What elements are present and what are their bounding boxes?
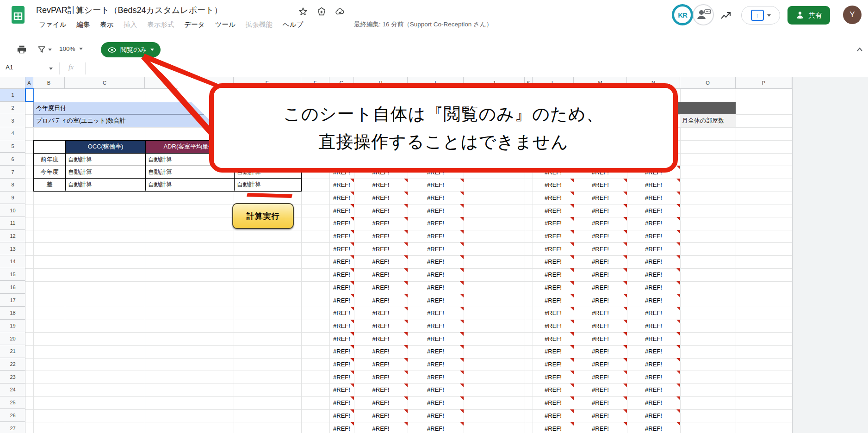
ref-error-cell[interactable]: #REF! bbox=[574, 320, 627, 333]
menu-item-extensions[interactable]: 拡張機能 bbox=[242, 19, 276, 30]
auto-calc-cell[interactable]: 自動計算 bbox=[65, 178, 145, 191]
ref-error-cell[interactable]: #REF! bbox=[574, 396, 627, 409]
auto-calc-cell[interactable]: 自動計算 bbox=[145, 178, 234, 191]
ref-error-cell[interactable]: #REF! bbox=[354, 332, 408, 345]
ref-error-cell[interactable]: #REF! bbox=[627, 358, 680, 371]
ref-error-cell[interactable]: #REF! bbox=[574, 307, 627, 320]
name-box[interactable]: A1 bbox=[6, 64, 13, 71]
ref-error-cell[interactable]: #REF! bbox=[408, 255, 464, 268]
ref-error-cell[interactable]: #REF! bbox=[574, 217, 627, 230]
ref-error-cell[interactable]: #REF! bbox=[408, 242, 464, 255]
row-header-25[interactable]: 25 bbox=[0, 396, 25, 409]
ref-error-cell[interactable]: #REF! bbox=[627, 217, 680, 230]
ref-error-cell[interactable]: #REF! bbox=[354, 396, 408, 409]
row-header-23[interactable]: 23 bbox=[0, 371, 25, 384]
ref-error-cell[interactable]: #REF! bbox=[533, 230, 574, 243]
ref-error-cell[interactable]: #REF! bbox=[533, 332, 574, 345]
ref-error-cell[interactable]: #REF! bbox=[627, 371, 680, 384]
ref-error-cell[interactable]: #REF! bbox=[408, 371, 464, 384]
row-header-1[interactable]: 1 bbox=[0, 89, 25, 102]
calc-run-button[interactable]: 計算実行 bbox=[232, 203, 294, 229]
ref-error-cell[interactable]: #REF! bbox=[627, 320, 680, 333]
ref-error-cell[interactable]: #REF! bbox=[574, 230, 627, 243]
ref-error-cell[interactable]: #REF! bbox=[354, 204, 408, 217]
ref-error-cell[interactable]: #REF! bbox=[574, 204, 627, 217]
ref-error-cell[interactable]: #REF! bbox=[329, 217, 354, 230]
column-header-B[interactable]: B bbox=[33, 77, 65, 89]
row-header-20[interactable]: 20 bbox=[0, 332, 25, 345]
ref-error-cell[interactable]: #REF! bbox=[627, 204, 680, 217]
collapse-toolbar-chevron[interactable] bbox=[855, 45, 864, 54]
ref-error-cell[interactable]: #REF! bbox=[627, 332, 680, 345]
ref-error-cell[interactable]: #REF! bbox=[408, 358, 464, 371]
auto-calc-cell[interactable]: 自動計算 bbox=[65, 166, 145, 178]
row-header-7[interactable]: 7 bbox=[0, 166, 25, 179]
row-header-21[interactable]: 21 bbox=[0, 345, 25, 358]
ref-error-cell[interactable]: #REF! bbox=[533, 409, 574, 422]
ref-error-cell[interactable]: #REF! bbox=[408, 384, 464, 396]
ref-error-cell[interactable]: #REF! bbox=[627, 409, 680, 422]
ref-error-cell[interactable]: #REF! bbox=[574, 384, 627, 396]
summary-corner-cell[interactable] bbox=[34, 141, 65, 153]
ref-error-cell[interactable]: #REF! bbox=[329, 384, 354, 396]
ref-error-cell[interactable]: #REF! bbox=[627, 345, 680, 358]
ref-error-cell[interactable]: #REF! bbox=[533, 345, 574, 358]
ref-error-cell[interactable]: #REF! bbox=[329, 422, 354, 433]
ref-error-cell[interactable]: #REF! bbox=[408, 332, 464, 345]
ref-error-cell[interactable]: #REF! bbox=[408, 320, 464, 333]
ref-error-cell[interactable]: #REF! bbox=[408, 307, 464, 320]
ref-error-cell[interactable]: #REF! bbox=[627, 422, 680, 433]
share-button[interactable]: 共有 bbox=[787, 6, 830, 25]
ref-error-cell[interactable]: #REF! bbox=[574, 358, 627, 371]
ref-error-cell[interactable]: #REF! bbox=[329, 281, 354, 294]
ref-error-cell[interactable]: #REF! bbox=[408, 396, 464, 409]
ref-error-cell[interactable]: #REF! bbox=[533, 242, 574, 255]
row-label-cell[interactable]: 今年度 bbox=[34, 166, 65, 178]
ref-error-cell[interactable]: #REF! bbox=[533, 294, 574, 307]
ref-error-cell[interactable]: #REF! bbox=[627, 255, 680, 268]
ref-error-cell[interactable]: #REF! bbox=[329, 230, 354, 243]
menu-item-file[interactable]: ファイル bbox=[35, 19, 70, 30]
row-header-6[interactable]: 6 bbox=[0, 153, 25, 166]
ref-error-cell[interactable]: #REF! bbox=[329, 179, 354, 192]
ref-error-cell[interactable]: #REF! bbox=[329, 255, 354, 268]
column-header-O[interactable]: O bbox=[680, 77, 736, 89]
ref-error-cell[interactable]: #REF! bbox=[408, 281, 464, 294]
row-header-26[interactable]: 26 bbox=[0, 409, 25, 422]
filter-icon[interactable] bbox=[37, 45, 46, 54]
viewer-presence-avatar[interactable] bbox=[693, 4, 714, 25]
ref-error-cell[interactable]: #REF! bbox=[408, 192, 464, 204]
ref-error-cell[interactable]: #REF! bbox=[533, 384, 574, 396]
ref-error-cell[interactable]: #REF! bbox=[408, 294, 464, 307]
row-header-19[interactable]: 19 bbox=[0, 320, 25, 333]
ref-error-cell[interactable]: #REF! bbox=[627, 230, 680, 243]
ref-error-cell[interactable]: #REF! bbox=[574, 294, 627, 307]
ref-error-cell[interactable]: #REF! bbox=[354, 294, 408, 307]
account-avatar[interactable]: Y bbox=[843, 6, 862, 24]
ref-error-cell[interactable]: #REF! bbox=[533, 422, 574, 433]
ref-error-cell[interactable]: #REF! bbox=[329, 204, 354, 217]
ref-error-cell[interactable]: #REF! bbox=[408, 179, 464, 192]
ref-error-cell[interactable]: #REF! bbox=[329, 345, 354, 358]
menu-item-edit[interactable]: 編集 bbox=[73, 19, 93, 30]
ref-error-cell[interactable]: #REF! bbox=[533, 358, 574, 371]
ref-error-cell[interactable]: #REF! bbox=[627, 242, 680, 255]
row-header-12[interactable]: 12 bbox=[0, 230, 25, 243]
ref-error-cell[interactable]: #REF! bbox=[533, 281, 574, 294]
activity-trend-icon[interactable] bbox=[720, 10, 732, 22]
menu-item-view[interactable]: 表示 bbox=[96, 19, 117, 30]
menu-item-format[interactable]: 表示形式 bbox=[143, 19, 178, 30]
menu-item-help[interactable]: ヘルプ bbox=[279, 19, 307, 30]
ref-error-cell[interactable]: #REF! bbox=[574, 409, 627, 422]
column-header-C[interactable]: C bbox=[65, 77, 145, 89]
ref-error-cell[interactable]: #REF! bbox=[329, 192, 354, 204]
row-header-22[interactable]: 22 bbox=[0, 358, 25, 371]
ref-error-cell[interactable]: #REF! bbox=[329, 320, 354, 333]
ref-error-cell[interactable]: #REF! bbox=[627, 384, 680, 396]
row-header-2[interactable]: 2 bbox=[0, 102, 25, 115]
ref-error-cell[interactable]: #REF! bbox=[627, 179, 680, 192]
row-header-10[interactable]: 10 bbox=[0, 204, 25, 217]
ref-error-cell[interactable]: #REF! bbox=[329, 268, 354, 281]
ref-error-cell[interactable]: #REF! bbox=[533, 371, 574, 384]
menu-item-insert[interactable]: 挿入 bbox=[120, 19, 141, 30]
